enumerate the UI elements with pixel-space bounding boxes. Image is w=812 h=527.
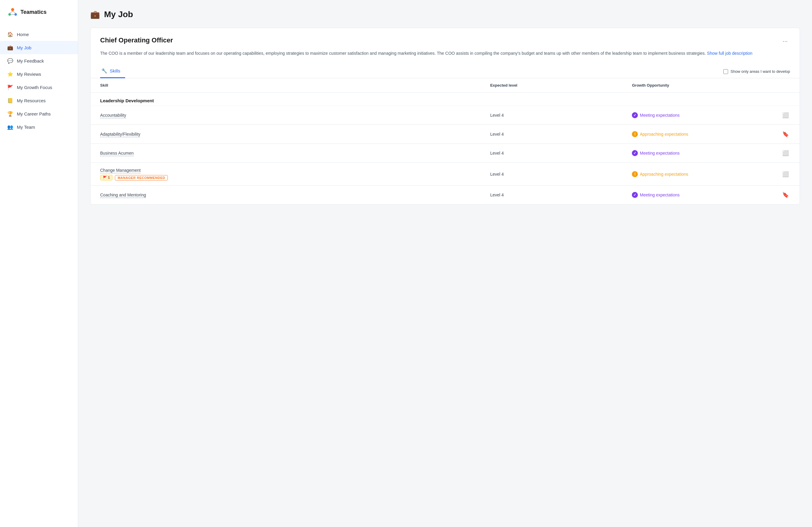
bookmark-button[interactable]: ⬜ bbox=[781, 170, 790, 179]
sidebar-item-my-job[interactable]: 💼 My Job bbox=[0, 41, 78, 54]
app-logo: Teamatics bbox=[0, 0, 78, 24]
growth-indicator: ✓ Meeting expectations bbox=[632, 192, 679, 198]
sidebar-item-label-my-job: My Job bbox=[17, 45, 31, 50]
table-row: Coaching and Mentoring Level 4 ✓ Meeting… bbox=[90, 186, 800, 204]
growth-cell: ✓ Meeting expectations ⬜ bbox=[622, 106, 800, 125]
page-title: My Job bbox=[104, 10, 133, 19]
skill-name[interactable]: Business Acumen bbox=[100, 151, 133, 156]
growth-cell: ✓ Meeting expectations 🔖 bbox=[622, 186, 800, 204]
skill-meta: 🚩 1MANAGER RECOMMENDED bbox=[100, 175, 471, 181]
col-header-level: Expected level bbox=[481, 78, 623, 92]
flag-badge: 🚩 1 bbox=[100, 175, 113, 181]
status-icon: ✓ bbox=[632, 150, 638, 156]
svg-point-0 bbox=[11, 8, 14, 11]
resources-icon: 📒 bbox=[7, 98, 13, 103]
growth-status-label: Approaching expectations bbox=[640, 132, 688, 137]
expected-level: Level 4 bbox=[490, 132, 504, 137]
skills-tab-icon: 🔧 bbox=[101, 68, 107, 74]
sidebar-item-my-feedback[interactable]: 💬 My Feedback bbox=[0, 54, 78, 67]
growth-content: ✓ Meeting expectations ⬜ bbox=[632, 111, 790, 120]
briefcase-icon: 💼 bbox=[7, 44, 13, 51]
show-develop-label: Show only areas I want to develop bbox=[730, 69, 790, 74]
skill-cell: Business Acumen bbox=[90, 144, 481, 163]
level-cell: Level 4 bbox=[481, 125, 623, 144]
sidebar-item-my-career-paths[interactable]: 🏆 My Career Paths bbox=[0, 107, 78, 120]
bookmark-button[interactable]: 🔖 bbox=[781, 130, 790, 139]
sidebar-item-my-reviews[interactable]: ⭐ My Reviews bbox=[0, 67, 78, 81]
sidebar-item-label-my-reviews: My Reviews bbox=[17, 72, 41, 77]
sidebar: Teamatics 🏠 Home 💼 My Job 💬 My Feedback … bbox=[0, 0, 78, 527]
app-name: Teamatics bbox=[20, 9, 47, 15]
page-header: 💼 My Job bbox=[90, 10, 800, 19]
sidebar-item-my-resources[interactable]: 📒 My Resources bbox=[0, 94, 78, 107]
col-header-skill: Skill bbox=[90, 78, 481, 92]
bookmark-button[interactable]: ⬜ bbox=[781, 148, 790, 158]
show-develop-checkbox[interactable] bbox=[723, 69, 728, 74]
main-content: 💼 My Job Chief Operating Officer ··· The… bbox=[78, 0, 812, 527]
skill-name[interactable]: Coaching and Mentoring bbox=[100, 193, 146, 197]
growth-indicator: ! Approaching expectations bbox=[632, 131, 688, 137]
sidebar-item-my-team[interactable]: 👥 My Team bbox=[0, 120, 78, 133]
expected-level: Level 4 bbox=[490, 193, 504, 197]
level-cell: Level 4 bbox=[481, 163, 623, 186]
sidebar-item-my-growth-focus[interactable]: 🚩 My Growth Focus bbox=[0, 81, 78, 94]
skill-cell: Coaching and Mentoring bbox=[90, 186, 481, 204]
skill-name[interactable]: Change Management bbox=[100, 168, 141, 173]
growth-icon: 🚩 bbox=[7, 84, 13, 90]
table-row: Accountability Level 4 ✓ Meeting expecta… bbox=[90, 106, 800, 125]
growth-cell: ! Approaching expectations ⬜ bbox=[622, 163, 800, 186]
more-options-button[interactable]: ··· bbox=[780, 37, 790, 46]
expected-level: Level 4 bbox=[490, 172, 504, 176]
sidebar-item-label-my-resources: My Resources bbox=[17, 98, 46, 103]
section-title: Leadership Development bbox=[90, 92, 800, 106]
skills-table: Skill Expected level Growth Opportunity … bbox=[90, 78, 800, 204]
expected-level: Level 4 bbox=[490, 151, 504, 156]
sidebar-item-label-home: Home bbox=[17, 32, 29, 37]
tab-skills[interactable]: 🔧 Skills bbox=[100, 65, 125, 78]
job-title: Chief Operating Officer bbox=[100, 37, 173, 44]
level-cell: Level 4 bbox=[481, 186, 623, 204]
show-full-description-link[interactable]: Show full job description bbox=[707, 51, 752, 56]
growth-indicator: ✓ Meeting expectations bbox=[632, 150, 679, 156]
feedback-icon: 💬 bbox=[7, 58, 13, 64]
growth-status-label: Meeting expectations bbox=[640, 151, 679, 156]
svg-line-3 bbox=[10, 11, 13, 13]
growth-content: ✓ Meeting expectations 🔖 bbox=[632, 190, 790, 199]
growth-cell: ✓ Meeting expectations ⬜ bbox=[622, 144, 800, 163]
growth-content: ! Approaching expectations 🔖 bbox=[632, 130, 790, 139]
status-icon: ! bbox=[632, 131, 638, 137]
growth-cell: ! Approaching expectations 🔖 bbox=[622, 125, 800, 144]
skill-cell: Accountability bbox=[90, 106, 481, 125]
status-icon: ✓ bbox=[632, 192, 638, 198]
tabs-row: 🔧 Skills Show only areas I want to devel… bbox=[90, 59, 800, 78]
job-card: Chief Operating Officer ··· The COO is a… bbox=[90, 28, 800, 204]
growth-indicator: ✓ Meeting expectations bbox=[632, 112, 679, 118]
growth-indicator: ! Approaching expectations bbox=[632, 171, 688, 177]
growth-status-label: Approaching expectations bbox=[640, 172, 688, 176]
svg-line-4 bbox=[13, 11, 16, 13]
table-row: Business Acumen Level 4 ✓ Meeting expect… bbox=[90, 144, 800, 163]
show-develop-toggle[interactable]: Show only areas I want to develop bbox=[723, 69, 790, 74]
bookmark-button[interactable]: ⬜ bbox=[781, 111, 790, 120]
manager-recommended-badge: MANAGER RECOMMENDED bbox=[115, 175, 168, 181]
status-icon: ! bbox=[632, 171, 638, 177]
skill-cell: Change Management🚩 1MANAGER RECOMMENDED bbox=[90, 163, 481, 186]
level-cell: Level 4 bbox=[481, 106, 623, 125]
expected-level: Level 4 bbox=[490, 113, 504, 118]
skill-cell: Adaptability/Flexibility bbox=[90, 125, 481, 144]
skills-tab-label: Skills bbox=[110, 68, 120, 73]
growth-status-label: Meeting expectations bbox=[640, 193, 679, 197]
sidebar-item-label-my-growth-focus: My Growth Focus bbox=[17, 85, 52, 90]
sidebar-item-home[interactable]: 🏠 Home bbox=[0, 28, 78, 41]
section-header-leadership-development: Leadership Development bbox=[90, 92, 800, 106]
skills-body: Leadership Development Accountability Le… bbox=[90, 92, 800, 204]
growth-content: ✓ Meeting expectations ⬜ bbox=[632, 148, 790, 158]
table-header: Skill Expected level Growth Opportunity bbox=[90, 78, 800, 92]
career-icon: 🏆 bbox=[7, 111, 13, 117]
tabs: 🔧 Skills bbox=[100, 65, 125, 78]
team-icon: 👥 bbox=[7, 124, 13, 130]
skill-name[interactable]: Adaptability/Flexibility bbox=[100, 132, 141, 137]
sidebar-item-label-my-team: My Team bbox=[17, 125, 35, 130]
bookmark-button[interactable]: 🔖 bbox=[781, 190, 790, 199]
skill-name[interactable]: Accountability bbox=[100, 113, 126, 118]
